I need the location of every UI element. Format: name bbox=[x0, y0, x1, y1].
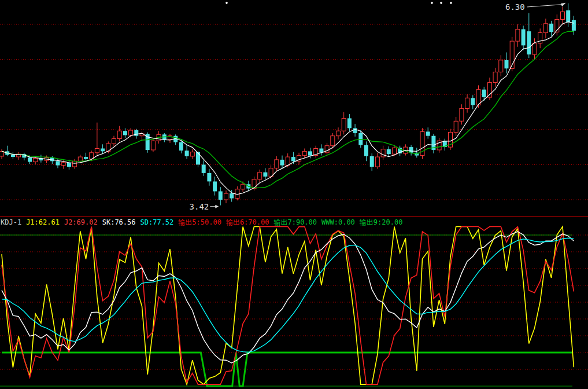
candle-down bbox=[213, 182, 217, 192]
candle-down bbox=[280, 160, 284, 166]
candle-down bbox=[471, 98, 475, 105]
candle-down bbox=[482, 90, 486, 97]
indicator-header-value-output7: 输出7:90.00 bbox=[273, 218, 317, 226]
candle-up bbox=[190, 152, 194, 156]
candle-up bbox=[381, 149, 385, 157]
candle-up bbox=[95, 149, 99, 153]
indicator-header-value-j2: J2:69.02 bbox=[64, 218, 98, 226]
high-annotation-arrowhead bbox=[561, 3, 566, 7]
candle-up bbox=[224, 193, 228, 200]
candle-down bbox=[219, 192, 223, 200]
top-marker-dot bbox=[225, 2, 228, 4]
high-annotation-arrow bbox=[527, 5, 563, 7]
candle-down bbox=[572, 20, 576, 31]
candle-up bbox=[454, 121, 458, 132]
candle-up bbox=[460, 108, 464, 121]
candle-down bbox=[84, 157, 88, 159]
candle-down bbox=[134, 130, 138, 136]
indicator-header-value-sk: SK:76.56 bbox=[102, 218, 136, 226]
ma-fast-line bbox=[2, 22, 574, 195]
kdj-line-sd bbox=[2, 238, 574, 352]
candle-down bbox=[308, 151, 312, 155]
candle-down bbox=[566, 10, 570, 23]
candle-down bbox=[505, 60, 509, 69]
candle-up bbox=[561, 12, 565, 19]
indicator-header-value-j1: J1:62.61 bbox=[26, 218, 60, 226]
candle-up bbox=[499, 60, 503, 72]
candle-up bbox=[487, 83, 491, 98]
candle-up bbox=[493, 72, 497, 82]
price-chart-canvas[interactable]: 6.303.42 bbox=[0, 0, 588, 216]
candle-down bbox=[387, 149, 391, 155]
candle-up bbox=[286, 157, 290, 166]
low-price-label: 3.42 bbox=[190, 202, 209, 211]
candle-down bbox=[549, 24, 553, 32]
candle-up bbox=[34, 159, 38, 162]
candle-up bbox=[129, 130, 133, 135]
candle-down bbox=[28, 157, 32, 162]
candle-up bbox=[241, 184, 245, 189]
candle-down bbox=[409, 147, 413, 153]
high-price-label: 6.30 bbox=[505, 2, 525, 12]
candle-down bbox=[527, 31, 531, 54]
top-marker-dot bbox=[440, 2, 442, 4]
candle-up bbox=[516, 30, 520, 42]
candle-down bbox=[230, 193, 234, 199]
candle-down bbox=[207, 173, 211, 182]
candles bbox=[0, 3, 576, 205]
indicator-header-value-sd: SD:77.52 bbox=[140, 218, 174, 226]
top-marker-dot bbox=[431, 2, 433, 4]
candle-up bbox=[393, 148, 397, 154]
candle-up bbox=[342, 118, 346, 131]
candle-up bbox=[465, 98, 469, 108]
candle-down bbox=[364, 145, 368, 156]
candle-up bbox=[543, 24, 548, 33]
top-marker-dot bbox=[450, 2, 452, 4]
candle-up bbox=[375, 157, 379, 167]
candle-up bbox=[325, 146, 329, 153]
candle-up bbox=[78, 157, 82, 161]
kdj-chart-canvas[interactable] bbox=[0, 216, 588, 389]
trading-chart-screen: 6.303.42 KDJ-1J1:62.61J2:69.02SK:76.56SD… bbox=[0, 0, 588, 389]
candle-down bbox=[123, 131, 127, 135]
indicator-header-indicator-name[interactable]: KDJ-1 bbox=[1, 218, 21, 226]
candle-down bbox=[291, 157, 295, 161]
indicator-header-value-output6: 输出6:70.00 bbox=[226, 218, 269, 226]
candle-up bbox=[302, 151, 306, 155]
candle-up bbox=[275, 160, 279, 168]
candle-down bbox=[263, 173, 267, 177]
indicator-header-value-output9: 输出9:20.00 bbox=[360, 218, 403, 226]
candle-up bbox=[151, 141, 155, 150]
candle-up bbox=[73, 161, 77, 167]
candle-up bbox=[258, 173, 262, 179]
candle-down bbox=[426, 131, 430, 135]
candle-down bbox=[101, 149, 105, 152]
candle-down bbox=[522, 30, 526, 46]
kdj-line-j1 bbox=[2, 227, 574, 385]
indicator-header: KDJ-1J1:62.61J2:69.02SK:76.56SD:77.52输出5… bbox=[1, 218, 407, 226]
candle-up bbox=[117, 131, 121, 138]
candle-down bbox=[196, 152, 200, 165]
candle-up bbox=[532, 43, 537, 54]
candle-down bbox=[11, 155, 15, 157]
candle-up bbox=[476, 90, 480, 105]
candle-down bbox=[347, 118, 352, 128]
candle-up bbox=[331, 136, 335, 146]
candle-down bbox=[56, 161, 60, 165]
candle-up bbox=[112, 139, 116, 144]
candle-down bbox=[179, 142, 183, 151]
low-annotation-arrowhead bbox=[215, 205, 219, 208]
kdj-indicator-panel[interactable]: KDJ-1J1:62.61J2:69.02SK:76.56SD:77.52输出5… bbox=[0, 216, 588, 389]
candle-down bbox=[185, 151, 189, 156]
indicator-header-value-output5: 输出5:50.00 bbox=[178, 218, 221, 226]
indicator-header-value-www: WWW:0.00 bbox=[321, 218, 355, 226]
candle-down bbox=[202, 164, 206, 173]
candle-down bbox=[370, 156, 374, 167]
price-chart-panel[interactable]: 6.303.42 bbox=[0, 0, 588, 216]
candle-up bbox=[336, 131, 341, 136]
candle-up bbox=[61, 163, 65, 166]
